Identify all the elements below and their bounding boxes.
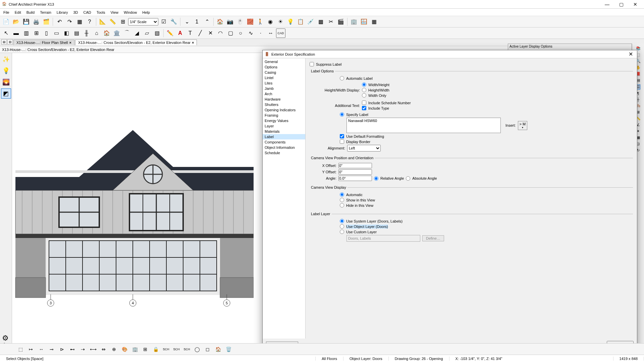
nav-opening-indicators[interactable]: Opening Indicators bbox=[263, 107, 305, 113]
custom-layer-radio[interactable] bbox=[340, 230, 344, 234]
cad-icon[interactable]: CAD bbox=[276, 28, 285, 38]
custom-icon[interactable]: ◻ bbox=[203, 345, 212, 354]
walk-icon[interactable]: 🚶 bbox=[256, 17, 265, 26]
menu-edit[interactable]: Edit bbox=[12, 10, 24, 15]
molding-icon[interactable]: ⌒ bbox=[122, 28, 131, 38]
cabinet-icon[interactable]: ▭ bbox=[52, 28, 61, 38]
sch1-icon[interactable]: SCH bbox=[161, 345, 171, 354]
layer-options-icon[interactable]: ⊞ bbox=[118, 17, 127, 26]
window-tool-icon[interactable]: ⊞ bbox=[32, 28, 41, 38]
tile-icon[interactable]: ▦ bbox=[369, 17, 379, 26]
railing-icon[interactable]: ▥ bbox=[21, 28, 31, 38]
callout-icon[interactable]: ◯ bbox=[193, 345, 202, 354]
dialog-titlebar[interactable]: 🚪 Exterior Door Specification ✕ bbox=[263, 50, 637, 58]
add-dim-icon[interactable]: ⊕ bbox=[109, 345, 119, 354]
nav-arch[interactable]: Arch bbox=[263, 91, 305, 97]
endpoint-icon[interactable]: ⊷ bbox=[68, 345, 77, 354]
nav-label[interactable]: Label bbox=[263, 134, 305, 139]
ramp-icon[interactable]: ◢ bbox=[132, 28, 142, 38]
menu-build[interactable]: Build bbox=[24, 10, 37, 15]
layout-icon[interactable]: 🗂️ bbox=[42, 17, 51, 26]
tab-icon[interactable]: ▤ bbox=[1, 39, 7, 45]
menu-file[interactable]: File bbox=[1, 10, 12, 15]
edit-area-icon[interactable]: ◩ bbox=[1, 88, 11, 99]
move-icon[interactable]: ↦ bbox=[26, 345, 36, 354]
angle-input[interactable] bbox=[338, 176, 372, 181]
specify-label-radio[interactable] bbox=[340, 112, 344, 117]
redo-icon[interactable]: ↷ bbox=[65, 17, 74, 26]
system-layer-radio[interactable] bbox=[340, 219, 344, 223]
story-icon[interactable]: 🏢 bbox=[130, 345, 140, 354]
menu-tools[interactable]: Tools bbox=[94, 10, 108, 15]
door-tool-icon[interactable]: ▯ bbox=[42, 28, 51, 38]
tab-icon[interactable]: ▥ bbox=[7, 39, 13, 45]
slab-icon[interactable]: ▱ bbox=[142, 28, 152, 38]
circle-icon[interactable]: ○ bbox=[236, 28, 245, 38]
light-tool-icon[interactable]: ✨ bbox=[1, 54, 11, 64]
lock-icon[interactable]: 🔒 bbox=[151, 345, 160, 354]
marquee-icon[interactable]: ⬚ bbox=[16, 345, 25, 354]
menu-view[interactable]: View bbox=[108, 10, 121, 15]
width-only-radio[interactable] bbox=[362, 93, 366, 98]
tab-close-icon[interactable]: × bbox=[192, 41, 194, 45]
fixture-icon[interactable]: ◧ bbox=[62, 28, 71, 38]
object-layer-radio[interactable] bbox=[340, 224, 344, 229]
nav-general[interactable]: General bbox=[263, 59, 305, 64]
clipboard-icon[interactable]: 📋 bbox=[296, 17, 305, 26]
line-edit-icon[interactable]: ⊳ bbox=[57, 345, 67, 354]
line-icon[interactable]: ╱ bbox=[196, 28, 205, 38]
temp-dim-icon[interactable]: ⟷ bbox=[89, 345, 98, 354]
nav-shutters[interactable]: Shutters bbox=[263, 102, 305, 107]
menu-library[interactable]: Library bbox=[54, 10, 71, 15]
nav-materials[interactable]: Materials bbox=[263, 129, 305, 134]
stair-icon[interactable]: ▤ bbox=[72, 28, 81, 38]
dim-icon[interactable]: ↔ bbox=[266, 28, 275, 38]
automatic-label-radio[interactable] bbox=[340, 76, 344, 80]
nav-layer[interactable]: Layer bbox=[263, 123, 305, 129]
dim-tool-icon[interactable]: 📐 bbox=[98, 17, 107, 26]
nav-components[interactable]: Components bbox=[263, 139, 305, 145]
camera-icon[interactable]: 📷 bbox=[225, 17, 235, 26]
sun-icon[interactable]: ☀ bbox=[276, 17, 285, 26]
new-file-icon[interactable]: 📄 bbox=[1, 17, 11, 26]
select-icon[interactable]: ↖ bbox=[1, 28, 11, 38]
wrench-icon[interactable]: 🔧 bbox=[169, 17, 178, 26]
nav-lintel[interactable]: Lintel bbox=[263, 75, 305, 80]
check-icon[interactable]: ☑ bbox=[159, 17, 168, 26]
y-offset-input[interactable] bbox=[338, 169, 372, 175]
width-height-radio[interactable] bbox=[362, 82, 366, 87]
close-button[interactable]: ✕ bbox=[629, 0, 642, 8]
save-icon[interactable]: 💾 bbox=[21, 17, 31, 26]
mouse-icon[interactable]: 🖱️ bbox=[235, 17, 245, 26]
rect-icon[interactable]: ▢ bbox=[226, 28, 235, 38]
section-icon[interactable]: ✕ bbox=[206, 28, 215, 38]
menu-help[interactable]: Help bbox=[140, 10, 153, 15]
floor-down-icon[interactable]: ⌄ bbox=[182, 17, 192, 26]
absolute-angle-radio[interactable] bbox=[406, 176, 410, 181]
insert-macro-button[interactable]: > M▾ bbox=[518, 121, 528, 130]
print-icon[interactable]: 🖨️ bbox=[32, 17, 41, 26]
auto-dim-icon[interactable]: ⇔ bbox=[99, 345, 108, 354]
measure-icon[interactable]: 📏 bbox=[108, 17, 117, 26]
nav-lites[interactable]: Lites bbox=[263, 80, 305, 86]
wall-icon[interactable]: 🏢 bbox=[349, 17, 359, 26]
nav-options[interactable]: Options bbox=[263, 64, 305, 70]
dimension-tool-icon[interactable]: ⇢ bbox=[78, 345, 88, 354]
tab-close-icon[interactable]: × bbox=[69, 41, 71, 45]
menu-window[interactable]: Window bbox=[121, 10, 140, 15]
maximize-button[interactable]: ▢ bbox=[614, 0, 628, 8]
nav-jamb[interactable]: Jamb bbox=[263, 86, 305, 91]
display-border-checkbox[interactable] bbox=[340, 139, 344, 144]
dialog-close-button[interactable]: ✕ bbox=[627, 51, 635, 57]
box-icon[interactable]: ▧ bbox=[152, 28, 162, 38]
eyedropper-icon[interactable]: 💉 bbox=[306, 17, 315, 26]
menu-3d[interactable]: 3D bbox=[70, 10, 80, 15]
open-file-icon[interactable]: 📂 bbox=[11, 17, 21, 26]
floor-number[interactable]: 1 bbox=[192, 17, 202, 26]
spline-icon[interactable]: ∿ bbox=[246, 28, 255, 38]
menu-terrain[interactable]: Terrain bbox=[37, 10, 54, 15]
nav-framing[interactable]: Framing bbox=[263, 113, 305, 118]
minimize-button[interactable]: — bbox=[600, 0, 614, 8]
text-icon[interactable]: T bbox=[185, 28, 195, 38]
relative-angle-radio[interactable] bbox=[374, 176, 378, 181]
